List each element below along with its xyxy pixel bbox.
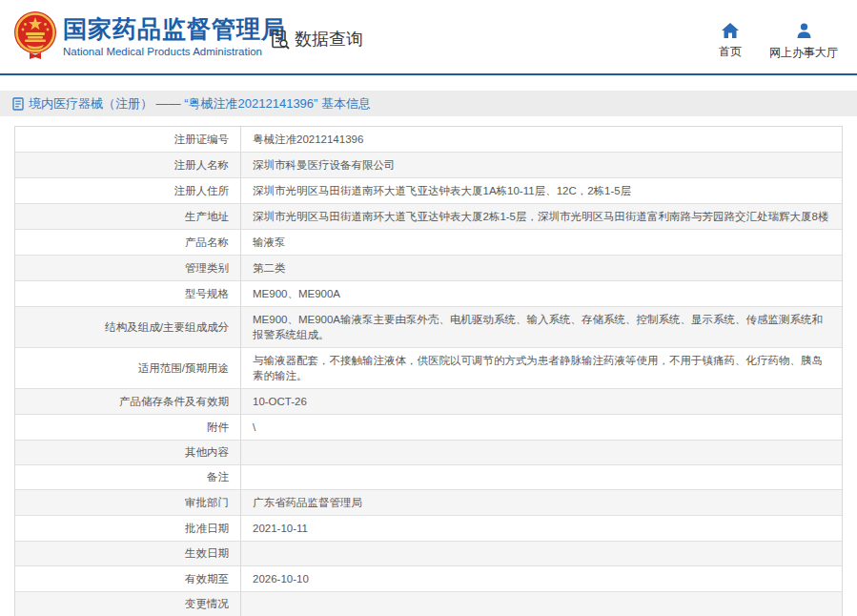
row-label: 注册证编号: [15, 127, 241, 152]
page-title-bar: 境内医疗器械（注册） —— “粤械注准20212141396” 基本信息: [0, 91, 857, 116]
nav-home-label: 首页: [719, 45, 742, 58]
row-value: [241, 549, 842, 559]
site-subtitle: National Medical Products Administration: [63, 46, 286, 57]
row-value: 深圳市科曼医疗设备有限公司: [241, 153, 842, 177]
user-icon: [796, 23, 812, 39]
row-value: 深圳市光明区马田街道南环大道飞亚达钟表大厦1A栋10-11层、12C，2栋1-5…: [241, 178, 842, 203]
table-row: 注册证编号 粤械注准20212141396: [15, 127, 842, 152]
row-value: ME900、ME900A: [241, 281, 842, 306]
row-value: [241, 448, 842, 458]
row-value: 第二类: [241, 256, 842, 280]
row-label: 管理类别: [15, 256, 241, 280]
data-query-label: 数据查询: [295, 28, 363, 51]
table-row: 其他内容: [15, 440, 842, 464]
row-value: 2021-10-11: [241, 516, 842, 541]
row-label: 生效日期: [15, 542, 241, 565]
row-label: 附件: [15, 415, 241, 440]
row-value: [241, 600, 842, 609]
nav-home[interactable]: 首页: [711, 23, 749, 60]
document-search-icon: [271, 30, 291, 50]
site-title: 国家药品监督管理局: [63, 14, 286, 43]
table-row: 有效期至 2026-10-10: [15, 565, 842, 591]
page-title: 境内医疗器械（注册） —— “粤械注准20212141396” 基本信息: [29, 95, 371, 113]
row-value: 广东省药品监督管理局: [241, 490, 842, 515]
row-value: [241, 473, 842, 483]
data-query-tab[interactable]: 数据查询: [271, 28, 363, 51]
row-value: \: [241, 415, 842, 440]
table-row: 结构及组成/主要组成成分 ME900、ME900A输液泵主要由泵外壳、电机驱动系…: [15, 306, 842, 347]
row-value: 输液泵: [241, 230, 842, 255]
national-emblem-logo: [13, 10, 57, 63]
table-row: 批准日期 2021-10-11: [15, 515, 842, 541]
table-row: 产品名称 输液泵: [15, 229, 842, 255]
row-value: ME900、ME900A输液泵主要由泵外壳、电机驱动系统、输入系统、存储系统、控…: [241, 307, 842, 347]
brand-block: 国家药品监督管理局 National Medical Products Admi…: [63, 14, 286, 57]
row-label: 结构及组成/主要组成成分: [15, 307, 241, 347]
row-value: 深圳市光明区马田街道南环大道飞亚达钟表大厦2栋1-5层，深圳市光明区马田街道富利…: [241, 204, 842, 229]
table-row: 管理类别 第二类: [15, 255, 842, 280]
row-label: 有效期至: [15, 566, 241, 591]
row-value: 粤械注准20212141396: [241, 127, 842, 152]
row-label: 适用范围/预期用途: [15, 348, 241, 388]
page-icon: [12, 97, 24, 111]
row-label: 其他内容: [15, 441, 241, 464]
row-label: 型号规格: [15, 281, 241, 306]
table-row: 审批部门 广东省药品监督管理局: [15, 489, 842, 515]
table-row: 型号规格 ME900、ME900A: [15, 280, 842, 306]
row-label: 注册人名称: [15, 153, 241, 177]
table-row: 变更情况: [15, 591, 842, 616]
row-value: 10-OCT-26: [241, 389, 842, 414]
table-row: 注册人住所 深圳市光明区马田街道南环大道飞亚达钟表大厦1A栋10-11层、12C…: [15, 177, 842, 203]
table-row: 附件 \: [15, 414, 842, 440]
row-label: 产品名称: [15, 230, 241, 255]
site-header: 国家药品监督管理局 National Medical Products Admi…: [0, 0, 857, 75]
home-icon: [722, 23, 739, 38]
row-label: 批准日期: [15, 516, 241, 541]
nav-online-hall[interactable]: 网上办事大厅: [763, 23, 845, 61]
row-label: 审批部门: [15, 490, 241, 515]
row-label: 生产地址: [15, 204, 241, 229]
row-label: 产品储存条件及有效期: [15, 389, 241, 414]
table-row: 备注: [15, 464, 842, 489]
table-row: 生产地址 深圳市光明区马田街道南环大道飞亚达钟表大厦2栋1-5层，深圳市光明区马…: [15, 203, 842, 229]
row-label: 变更情况: [15, 592, 241, 616]
table-row: 适用范围/预期用途 与输液器配套，不接触输注液体，供医院以可调节的方式为患者静脉…: [15, 347, 842, 388]
registration-info-table: 注册证编号 粤械注准20212141396 注册人名称 深圳市科曼医疗设备有限公…: [14, 126, 843, 616]
table-row: 注册人名称 深圳市科曼医疗设备有限公司: [15, 152, 842, 177]
row-value: 与输液器配套，不接触输注液体，供医院以可调节的方式为患者静脉输注药液等使用，不用…: [241, 348, 842, 388]
table-row: 产品储存条件及有效期 10-OCT-26: [15, 388, 842, 414]
row-value: 2026-10-10: [241, 566, 842, 591]
table-row: 生效日期: [15, 541, 842, 565]
row-label: 注册人住所: [15, 178, 241, 203]
row-label: 备注: [15, 465, 241, 489]
nav-hall-label: 网上办事大厅: [769, 46, 838, 59]
